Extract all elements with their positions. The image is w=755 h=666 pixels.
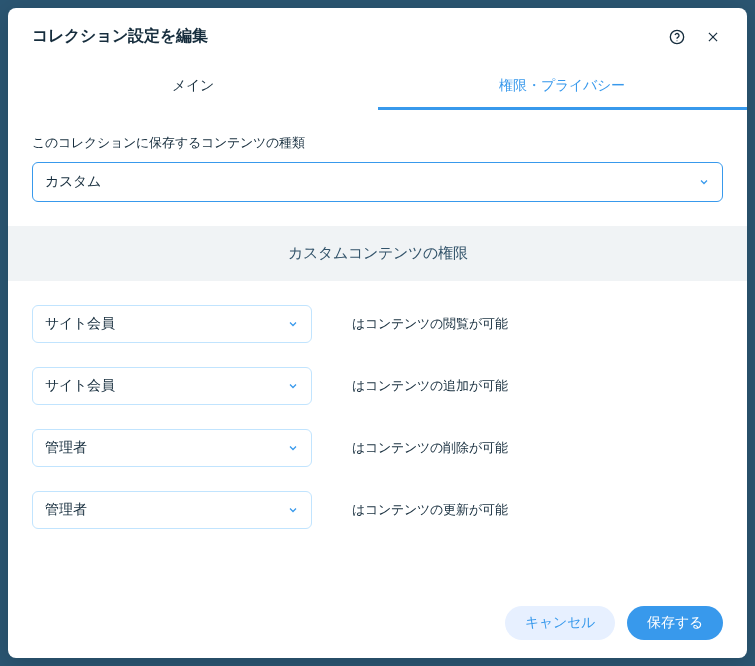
chevron-down-icon (698, 176, 710, 188)
permission-view-desc: はコンテンツの閲覧が可能 (352, 315, 508, 333)
permission-role-value: 管理者 (45, 439, 87, 457)
chevron-down-icon (287, 442, 299, 454)
svg-point-0 (670, 30, 683, 43)
permission-update-desc: はコンテンツの更新が可能 (352, 501, 508, 519)
permission-row-view: サイト会員 はコンテンツの閲覧が可能 (8, 281, 747, 343)
chevron-down-icon (287, 504, 299, 516)
save-button[interactable]: 保存する (627, 606, 723, 640)
help-icon[interactable] (667, 27, 687, 47)
tabs: メイン 権限・プライバシー (8, 65, 747, 110)
modal-content: このコレクションに保存するコンテンツの種類 カスタム カスタムコンテンツの権限 … (8, 110, 747, 588)
permission-add-select[interactable]: サイト会員 (32, 367, 312, 405)
permission-role-value: サイト会員 (45, 315, 115, 333)
permission-role-value: 管理者 (45, 501, 87, 519)
permission-row-add: サイト会員 はコンテンツの追加が可能 (8, 343, 747, 405)
close-icon[interactable] (703, 27, 723, 47)
cancel-button[interactable]: キャンセル (505, 606, 615, 640)
chevron-down-icon (287, 318, 299, 330)
header-actions (667, 27, 723, 47)
tab-privacy[interactable]: 権限・プライバシー (378, 65, 748, 110)
content-type-select[interactable]: カスタム (32, 162, 723, 202)
content-type-value: カスタム (45, 173, 101, 191)
permission-update-select[interactable]: 管理者 (32, 491, 312, 529)
permission-view-select[interactable]: サイト会員 (32, 305, 312, 343)
edit-collection-settings-modal: コレクション設定を編集 メイン 権限・プライバシー このコレクションに保存す (8, 8, 747, 658)
permission-delete-desc: はコンテンツの削除が可能 (352, 439, 508, 457)
content-type-label: このコレクションに保存するコンテンツの種類 (32, 134, 723, 152)
permissions-banner: カスタムコンテンツの権限 (8, 226, 747, 281)
permission-role-value: サイト会員 (45, 377, 115, 395)
permission-add-desc: はコンテンツの追加が可能 (352, 377, 508, 395)
modal-title: コレクション設定を編集 (32, 26, 667, 47)
modal-footer: キャンセル 保存する (8, 588, 747, 658)
modal-header: コレクション設定を編集 (8, 8, 747, 47)
permission-delete-select[interactable]: 管理者 (32, 429, 312, 467)
svg-point-1 (676, 40, 677, 41)
permission-row-delete: 管理者 はコンテンツの削除が可能 (8, 405, 747, 467)
tab-main[interactable]: メイン (8, 65, 378, 110)
content-type-section: このコレクションに保存するコンテンツの種類 カスタム (8, 110, 747, 202)
chevron-down-icon (287, 380, 299, 392)
permission-row-update: 管理者 はコンテンツの更新が可能 (8, 467, 747, 529)
